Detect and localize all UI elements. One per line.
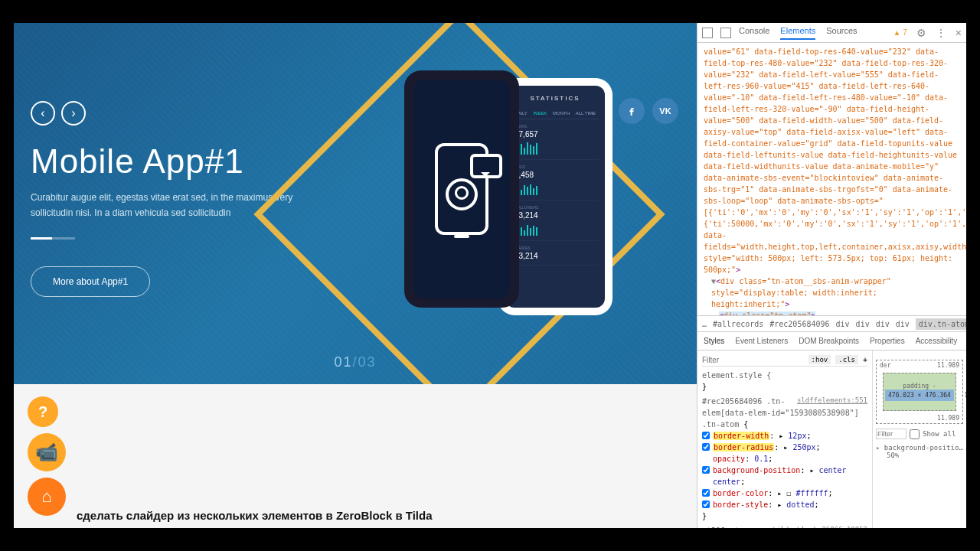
chat-bubble-icon bbox=[470, 154, 502, 178]
slider-indicator bbox=[31, 237, 75, 240]
computed-pane[interactable]: der 11.989 padding - 476.023 × 476.364 1… bbox=[873, 350, 966, 528]
tab-elements[interactable]: Elements bbox=[780, 26, 815, 40]
social-icons: VK bbox=[619, 98, 678, 124]
slide-counter: 01/03 bbox=[334, 354, 376, 370]
styles-filter-input[interactable] bbox=[702, 356, 804, 364]
stats-header: STATISTICS bbox=[511, 92, 599, 108]
stat-row: VIEWS 27,657 bbox=[511, 119, 599, 160]
cls-toggle[interactable]: .cls bbox=[835, 355, 858, 364]
tab-accessibility[interactable]: Accessibility bbox=[916, 337, 957, 345]
next-arrow[interactable]: › bbox=[61, 101, 86, 126]
phone-mockups: STATISTICS DAILY WEEK MONTH ALL TIME VIE… bbox=[404, 70, 612, 315]
prop-checkbox[interactable] bbox=[702, 432, 710, 439]
prop-checkbox[interactable] bbox=[702, 466, 710, 474]
devtools-panel: Console Elements Sources ▲ 7 ⚙ ⋮ × value… bbox=[697, 23, 966, 528]
close-icon[interactable]: × bbox=[956, 27, 962, 39]
stat-row: LIKES 3,458 bbox=[511, 160, 599, 201]
hov-toggle[interactable]: :hov bbox=[808, 355, 831, 364]
stat-row: FOLLOWERS 13,214 bbox=[511, 201, 599, 241]
tab-sources[interactable]: Sources bbox=[826, 26, 857, 40]
box-model: der 11.989 padding - 476.023 × 476.364 1… bbox=[876, 360, 963, 424]
facebook-icon[interactable] bbox=[619, 98, 645, 124]
computed-filter-input[interactable] bbox=[876, 429, 906, 439]
prop-checkbox[interactable] bbox=[702, 489, 710, 497]
add-rule[interactable]: + bbox=[863, 356, 867, 364]
gear-icon[interactable]: ⚙ bbox=[916, 27, 926, 39]
styles-pane[interactable]: :hov .cls + element.style {} sldffelemen… bbox=[697, 350, 873, 528]
slider-arrows: ‹ › bbox=[31, 101, 86, 126]
inspect-icon[interactable] bbox=[702, 28, 713, 38]
app-frame: ‹ › Mobile App#1 Curabitur augue elit, e… bbox=[14, 23, 966, 528]
page-left: ‹ › Mobile App#1 Curabitur augue elit, e… bbox=[14, 23, 697, 528]
tab-styles[interactable]: Styles bbox=[704, 337, 724, 345]
devtools-tabs: Console Elements Sources bbox=[739, 26, 858, 40]
avatar-icon bbox=[446, 178, 478, 210]
tab-console[interactable]: Console bbox=[739, 26, 769, 40]
help-icon[interactable]: ? bbox=[28, 396, 58, 427]
devtools-toolbar: Console Elements Sources ▲ 7 ⚙ ⋮ × bbox=[697, 23, 966, 43]
video-caption: сделать слайдер из нескольких элементов … bbox=[77, 509, 433, 522]
stat-row: SHARES 13,214 bbox=[511, 241, 599, 266]
cta-button[interactable]: More about App#1 bbox=[31, 266, 150, 297]
bottom-panel: ? 📹 ⌂ сделать слайдер из нескольких элем… bbox=[14, 384, 697, 528]
vk-icon[interactable]: VK bbox=[652, 98, 678, 124]
prop-checkbox[interactable] bbox=[702, 500, 710, 508]
more-icon[interactable]: ⋮ bbox=[936, 27, 946, 39]
styles-tabs: Styles Event Listeners DOM Breakpoints P… bbox=[697, 332, 966, 350]
tab-dom-breakpoints[interactable]: DOM Breakpoints bbox=[799, 337, 859, 345]
tab-properties[interactable]: Properties bbox=[870, 337, 905, 345]
home-icon[interactable]: ⌂ bbox=[28, 478, 66, 516]
stats-tabs: DAILY WEEK MONTH ALL TIME bbox=[511, 108, 599, 119]
hero-title: Mobile App#1 bbox=[31, 142, 244, 181]
hero-section: ‹ › Mobile App#1 Curabitur augue elit, e… bbox=[14, 23, 697, 384]
warning-badge[interactable]: ▲ 7 bbox=[893, 28, 907, 37]
phone-outline-icon bbox=[435, 143, 488, 235]
show-all-checkbox[interactable] bbox=[910, 429, 920, 439]
dom-tree[interactable]: value="61" data-field-top-res-640-value=… bbox=[697, 43, 966, 315]
prev-arrow[interactable]: ‹ bbox=[31, 101, 55, 126]
phone-dark bbox=[404, 70, 519, 308]
prop-checkbox[interactable] bbox=[702, 443, 710, 451]
breadcrumb[interactable]: … #allrecords #rec205684096 div div div … bbox=[697, 315, 966, 332]
tab-event-listeners[interactable]: Event Listeners bbox=[735, 337, 788, 345]
camera-icon[interactable]: 📹 bbox=[28, 433, 66, 471]
device-icon[interactable] bbox=[720, 28, 731, 38]
